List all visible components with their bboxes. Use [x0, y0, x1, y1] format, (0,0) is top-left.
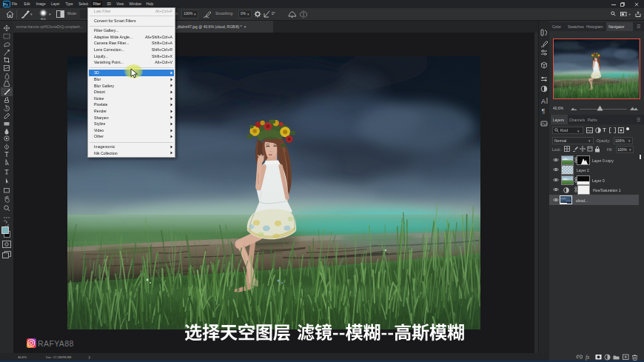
svg-text:¶: ¶: [542, 107, 546, 114]
svg-text:fx: fx: [586, 354, 590, 361]
svg-text:A: A: [541, 98, 546, 105]
